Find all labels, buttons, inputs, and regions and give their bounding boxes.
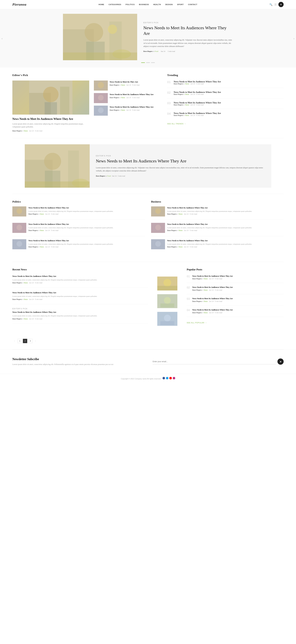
nav-health[interactable]: HEALTH [153, 4, 161, 6]
article-thumb [94, 93, 108, 103]
trending-num: 03 [167, 102, 172, 105]
promo-banner: EDITOR'S PICK News Needs to Meet Its Aud… [25, 144, 271, 188]
article-thumb [151, 239, 165, 249]
article-text: News Needs to Meet Its Audiences Where T… [110, 106, 154, 111]
article-desc: Lorem ipsum dolor sit amet, consectetur … [167, 226, 252, 229]
author: Dave Rogers [12, 130, 22, 132]
promo-desc: Lorem ipsum dolor sit amet, consectetur … [96, 166, 265, 172]
editors-pick-title: Editor's Pick [12, 74, 28, 77]
article-title: News Needs to Meet Its Audiences Where T… [12, 291, 148, 294]
svg-point-2 [85, 23, 103, 42]
nav-contact[interactable]: CONTACT [188, 4, 197, 6]
pagination-page-2[interactable]: 2 [23, 339, 27, 343]
list-item: News Needs to Meet Its Audiences Where T… [12, 223, 145, 236]
popular-posts-title: Popular Posts [187, 268, 284, 271]
menu-icon[interactable]: ☰ [274, 3, 277, 6]
date: Jun 14 [29, 130, 34, 132]
hero-description: Lorem ipsum dolor sit amet, consectetur … [143, 38, 233, 48]
popular-content: News Needs to Meet Its Audiences Where T… [192, 286, 233, 291]
svg-rect-11 [44, 102, 57, 114]
pagination-next[interactable]: › [33, 339, 38, 343]
popular-content: News Needs to Meet Its Audiences Where T… [192, 275, 233, 280]
svg-rect-12 [60, 87, 69, 114]
trending-num: 02 [167, 91, 172, 94]
article-title: News Needs to Meet Its Thev Are [110, 80, 139, 83]
popular-num: 02 [187, 286, 190, 291]
promo-label: EDITOR'S PICK [96, 155, 265, 157]
recent-thumb-3 [157, 312, 177, 326]
avatar[interactable]: ● [278, 2, 284, 7]
nav-home[interactable]: HOME [98, 4, 104, 6]
list-item: News Needs to Meet Its Thev Are Dave Rog… [94, 80, 158, 90]
promo-image [25, 144, 90, 188]
hero-dot-2[interactable] [146, 62, 150, 63]
recent-thumbs-col [157, 268, 177, 330]
article-title: News Needs to Meet Its Audiences Where T… [110, 106, 154, 108]
hero-next-button[interactable]: › [293, 36, 295, 40]
article-title: News Needs to Meet Its Audiences Where T… [192, 297, 233, 300]
twitter-icon[interactable] [166, 377, 168, 379]
promo-category: Food [107, 175, 111, 177]
trending-col: Trending 01 News Needs to Meet Its Audie… [167, 74, 284, 132]
hero-date: Jun 14 [161, 50, 165, 52]
editors-pick-featured-meta: Dave Rogers in News · Jun 14 · 5 min rea… [12, 130, 89, 132]
hero-dot-1[interactable] [141, 62, 145, 63]
svg-point-37 [155, 241, 161, 247]
svg-rect-25 [25, 182, 90, 188]
article-desc: Lorem ipsum dolor sit amet, consectetur … [12, 295, 148, 298]
hero-prev-button[interactable]: ‹ [1, 36, 3, 40]
hero-image-svg [63, 14, 137, 60]
pagination-prev[interactable]: ‹ [12, 339, 17, 343]
article-title: News Needs to Meet Its Audiences Where T… [12, 275, 148, 278]
article-title: News Needs to Meet Its Audiences Where T… [192, 286, 233, 289]
list-item: 02 News Needs to Meet Its Audiences Wher… [167, 91, 284, 98]
editors-pick-sublabel: EDITOR'S PICK [12, 308, 148, 310]
nav-design[interactable]: DESIGN [165, 4, 173, 6]
search-icon[interactable]: 🔍 [270, 3, 273, 6]
article-thumb [151, 223, 165, 233]
instagram-icon[interactable] [173, 377, 175, 379]
trending-list: 01 News Needs to Meet Its Audiences Wher… [167, 80, 284, 120]
editors-pick-list: News Needs to Meet Its Thev Are Dave Rog… [94, 80, 158, 132]
svg-point-45 [164, 315, 171, 322]
article-title: News Needs to Meet Its Audiences Where T… [192, 308, 233, 311]
nav-politics[interactable]: POLITICS [126, 4, 135, 6]
newsletter-section: Newsletter Subcribe Lorem ipsum dolor si… [0, 350, 296, 374]
see-all-trends-link[interactable]: SEE ALL TRENDS → [167, 123, 186, 125]
business-col: Business News Needs to Meet Its Audience… [151, 200, 284, 256]
svg-point-10 [43, 87, 58, 102]
editors-pick-featured-title: News Needs to Meet Its Audiences Where T… [12, 117, 89, 121]
facebook-icon[interactable] [163, 377, 165, 379]
youtube-icon[interactable] [169, 377, 172, 379]
newsletter-email-input[interactable] [153, 359, 276, 364]
article-thumb [12, 239, 26, 249]
hero-dot-3[interactable] [151, 62, 155, 63]
pagination-page-3[interactable]: 3 [28, 339, 32, 343]
newsletter-submit-button[interactable]: ➤ [278, 358, 284, 365]
article-title: News Needs to Meet Its Audiences Where T… [110, 93, 154, 96]
nav-sport[interactable]: SPORT [177, 4, 184, 6]
article-title: News Needs to Meet Its Audiences Where T… [174, 91, 221, 94]
svg-point-14 [98, 82, 104, 88]
article-desc: Lorem ipsum dolor sit amet, consectetur … [12, 314, 148, 317]
svg-point-27 [16, 208, 22, 214]
article-thumb [151, 206, 165, 216]
article-text: News Needs to Meet Its Audiences Where T… [167, 206, 252, 215]
trending-num: 01 [167, 80, 172, 84]
pagination-page-1[interactable]: 1 [18, 339, 22, 343]
see-all-popular-link[interactable]: SEE ALL POPULAR → [187, 322, 207, 324]
article-text: News Needs to Meet Its Audiences Where T… [28, 239, 113, 248]
list-item: News Needs to Meet Its Audiences Where T… [12, 206, 145, 220]
newsletter-title: Newsletter Subcribe [12, 358, 143, 361]
site-logo[interactable]: Pieranoa [12, 2, 26, 6]
nav-business[interactable]: BUSINESS [139, 4, 149, 6]
list-item: News Needs to Meet Its Audiences Where T… [151, 239, 284, 252]
svg-rect-43 [160, 304, 174, 307]
nav-categories[interactable]: CATEGORIES [109, 4, 121, 6]
navigation: Pieranoa HOME CATEGORIES POLITICS BUSINE… [0, 0, 296, 9]
list-item: 01 News Needs to Meet Its Audiences Wher… [167, 80, 284, 88]
popular-num: 04 [187, 308, 190, 314]
svg-rect-40 [157, 286, 177, 290]
popular-content: News Needs to Meet Its Audiences Where T… [192, 308, 233, 314]
social-icons [163, 377, 175, 379]
